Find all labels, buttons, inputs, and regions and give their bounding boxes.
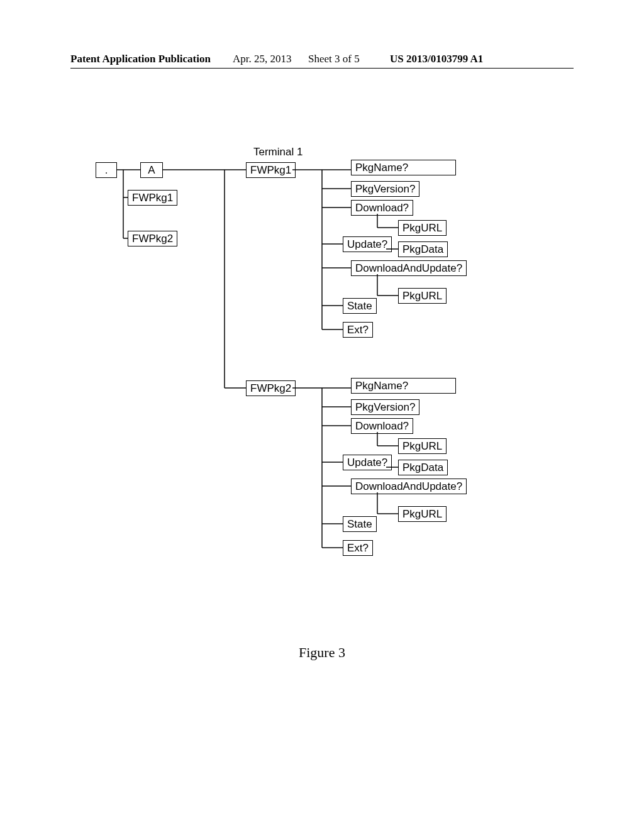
connectors [0, 0, 644, 830]
tree-diagram: Terminal 1 . A FWPkg1 FWPkg2 FWPkg1 FWPk… [0, 0, 644, 830]
figure-caption: Figure 3 [0, 645, 644, 661]
